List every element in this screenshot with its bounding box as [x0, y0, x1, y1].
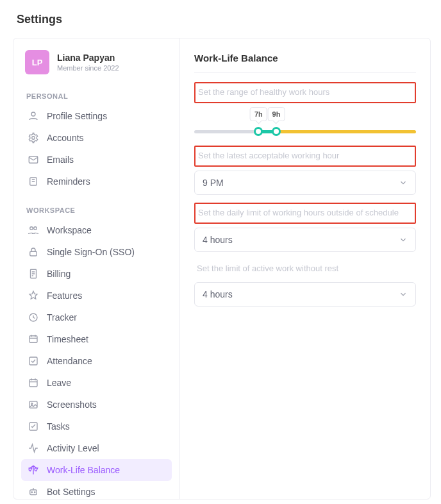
clock-icon — [28, 312, 39, 323]
image-icon — [28, 399, 39, 410]
svg-rect-11 — [29, 380, 37, 387]
chevron-down-icon — [399, 235, 408, 244]
svg-point-1 — [32, 137, 35, 140]
sidebar-item-label: Single Sign-On (SSO) — [47, 247, 135, 257]
slider-track — [194, 130, 416, 133]
sidebar-item-emails[interactable]: Emails — [21, 149, 172, 171]
calendar-icon — [28, 377, 39, 389]
sidebar-item-label: Emails — [47, 155, 74, 165]
svg-point-4 — [30, 227, 33, 230]
svg-point-5 — [34, 227, 37, 230]
sidebar-item-profile-settings[interactable]: Profile Settings — [21, 105, 172, 127]
sidebar-item-label: Tasks — [47, 421, 70, 432]
sidebar-item-label: Tracker — [47, 312, 77, 323]
sidebar-item-label: Activity Level — [47, 443, 99, 453]
profile-name: Liana Papyan — [57, 53, 119, 63]
sidebar-item-label: Timesheet — [47, 334, 88, 344]
gear-icon — [28, 132, 39, 144]
user-icon — [28, 110, 39, 122]
page-title: Settings — [0, 0, 441, 38]
sidebar-item-label: Accounts — [47, 133, 84, 143]
main-content: Work-Life Balance Set the range of healt… — [180, 38, 430, 499]
sidebar-item-attendance[interactable]: Attendance — [21, 350, 172, 372]
section-personal: PERSONAL — [21, 78, 172, 105]
sidebar-item-accounts[interactable]: Accounts — [21, 127, 172, 149]
timesheet-icon — [28, 333, 39, 345]
chevron-down-icon — [399, 290, 408, 299]
bot-icon — [28, 486, 39, 498]
sidebar-item-bot-settings[interactable]: Bot Settings — [21, 481, 172, 499]
sidebar-item-label: Bot Settings — [47, 487, 96, 497]
chevron-down-icon — [399, 178, 408, 187]
slider-handle-high[interactable] — [272, 127, 281, 136]
hint-range: Set the range of healthy work hours — [194, 82, 416, 103]
select-value: 4 hours — [203, 235, 233, 245]
select-value: 9 PM — [203, 178, 224, 188]
hint-latest: Set the latest acceptable working hour — [194, 146, 416, 167]
latest-hour-select[interactable]: 9 PM — [194, 171, 416, 195]
sidebar-item-label: Billing — [47, 269, 71, 279]
sidebar-item-reminders[interactable]: Reminders — [21, 171, 172, 192]
activity-icon — [28, 442, 39, 454]
slider-label-high: 9h — [268, 107, 285, 121]
sidebar-item-sso[interactable]: Single Sign-On (SSO) — [21, 241, 172, 263]
sidebar-item-activity[interactable]: Activity Level — [21, 437, 172, 459]
hint-outside: Set the daily limit of working hours out… — [194, 203, 416, 224]
sidebar-item-work-life-balance[interactable]: Work-Life Balance — [21, 459, 172, 481]
mail-icon — [28, 154, 39, 165]
sidebar-item-label: Leave — [47, 378, 71, 388]
slider-label-low: 7h — [250, 107, 267, 121]
sidebar-item-label: Screenshots — [47, 399, 97, 410]
sidebar-item-label: Attendance — [47, 356, 92, 366]
svg-point-16 — [31, 492, 33, 493]
task-icon — [28, 421, 39, 432]
main-title: Work-Life Balance — [194, 53, 416, 73]
sidebar-item-label: Features — [47, 290, 82, 301]
profile-sub: Member since 2022 — [57, 64, 119, 72]
profile-block: LP Liana Papyan Member since 2022 — [21, 50, 172, 78]
sidebar: LP Liana Papyan Member since 2022 PERSON… — [13, 38, 180, 499]
sidebar-item-label: Reminders — [47, 176, 90, 187]
lock-icon — [28, 246, 39, 258]
check-icon — [28, 355, 39, 367]
avatar: LP — [25, 50, 49, 74]
select-value: 4 hours — [203, 289, 233, 299]
svg-point-17 — [35, 492, 36, 493]
svg-rect-10 — [29, 357, 37, 365]
sidebar-item-label: Workspace — [47, 225, 92, 235]
bell-icon — [28, 176, 39, 187]
sidebar-item-tasks[interactable]: Tasks — [21, 416, 172, 437]
sidebar-item-tracker[interactable]: Tracker — [21, 307, 172, 328]
hint-rest: Set the limit of active work without res… — [194, 260, 416, 278]
star-icon — [28, 290, 39, 301]
svg-rect-6 — [30, 251, 37, 256]
outside-hours-select[interactable]: 4 hours — [194, 228, 416, 252]
team-icon — [28, 224, 39, 236]
svg-rect-9 — [29, 336, 37, 343]
settings-panel: LP Liana Papyan Member since 2022 PERSON… — [13, 38, 431, 500]
sidebar-item-features[interactable]: Features — [21, 285, 172, 307]
sidebar-item-label: Work-Life Balance — [47, 465, 120, 475]
sidebar-item-timesheet[interactable]: Timesheet — [21, 328, 172, 350]
slider-handle-low[interactable] — [254, 127, 263, 136]
sidebar-item-workspace[interactable]: Workspace — [21, 219, 172, 241]
svg-point-0 — [31, 112, 35, 116]
rest-limit-select[interactable]: 4 hours — [194, 282, 416, 307]
svg-point-13 — [31, 403, 33, 404]
sidebar-item-leave[interactable]: Leave — [21, 372, 172, 394]
receipt-icon — [28, 268, 39, 280]
sidebar-item-screenshots[interactable]: Screenshots — [21, 394, 172, 416]
balance-icon — [28, 464, 39, 476]
healthy-hours-slider[interactable]: 7h 9h — [194, 107, 416, 139]
section-workspace: WORKSPACE — [21, 192, 172, 219]
sidebar-item-billing[interactable]: Billing — [21, 263, 172, 285]
sidebar-item-label: Profile Settings — [47, 111, 107, 121]
